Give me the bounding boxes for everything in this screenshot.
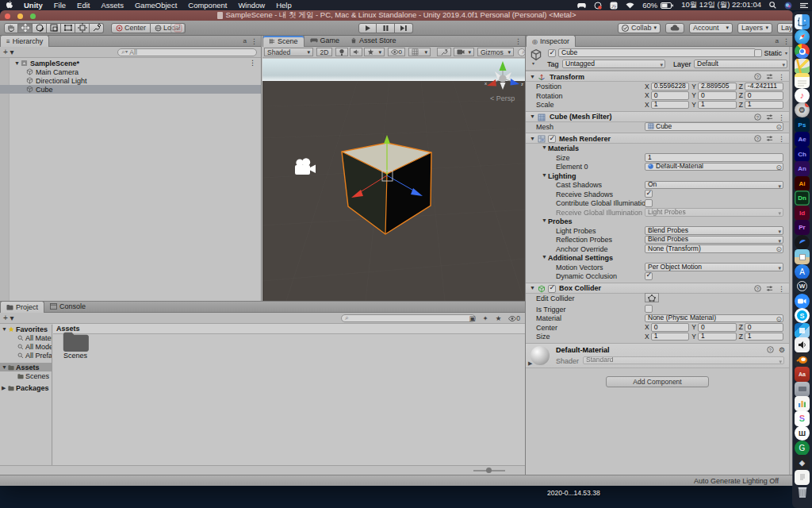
dock-icon-maps[interactable]	[795, 59, 810, 74]
dock-icon-dark-app[interactable]: ◈	[795, 455, 810, 470]
dock-icon-app-store[interactable]: A	[795, 264, 810, 279]
dock-icon-dictionary[interactable]: Aa	[795, 367, 810, 382]
hidden-objects-toggle[interactable]: 0	[388, 48, 405, 56]
kebab-menu-icon[interactable]: ⋮	[778, 114, 785, 122]
dock-icon-system-preferences[interactable]: ⚙	[795, 102, 810, 117]
dock-icon-safari[interactable]	[795, 29, 810, 44]
hierarchy-item-cube[interactable]: Cube	[0, 85, 261, 94]
scale-y-field[interactable]: 1	[698, 101, 737, 110]
reflection-probes-dropdown[interactable]: Blend Probes▾	[645, 236, 783, 244]
scale-x-field[interactable]: 1	[651, 101, 690, 110]
dock-icon-premiere[interactable]: Pr	[795, 220, 810, 235]
project-tree-all-materials[interactable]: All Materials	[0, 333, 52, 342]
active-checkbox[interactable]	[548, 49, 556, 57]
center-y-field[interactable]: 0	[698, 323, 737, 332]
project-tree-favorites[interactable]: ▼Favorites	[0, 325, 52, 333]
asset-item-scenes[interactable]: Scenes	[50, 330, 101, 360]
lock-icon[interactable]: a	[243, 37, 247, 45]
component-header-box-collider[interactable]: ▼Box Collider?⋮	[526, 283, 789, 294]
size-field[interactable]: 1	[645, 153, 783, 162]
siri-icon[interactable]	[780, 2, 796, 10]
dock-icon-blender[interactable]	[795, 352, 810, 368]
tab-game[interactable]: Game	[304, 35, 346, 46]
menu-item-file[interactable]: File	[48, 1, 71, 10]
zoom-window-button[interactable]	[30, 13, 36, 19]
dock-icon-skype[interactable]: S	[795, 308, 810, 323]
dock-icon-illustrator[interactable]: Ai	[795, 176, 810, 191]
presets-icon[interactable]	[766, 114, 773, 122]
receive-global-illumination-dropdown[interactable]: Light Probes▾	[645, 208, 783, 217]
dock-icon-zoom[interactable]	[795, 294, 810, 309]
name-field[interactable]: Cube	[558, 48, 756, 57]
object-picker-icon[interactable]: ⊙	[776, 315, 782, 323]
dock-icon-archive[interactable]	[795, 382, 810, 397]
layers-dropdown[interactable]: Layers▾	[737, 23, 772, 33]
dock-icon-photoshop[interactable]: Ps	[795, 117, 810, 133]
dock-icon-keynote-doc[interactable]	[795, 396, 810, 411]
layer-dropdown[interactable]: Default▾	[694, 60, 787, 68]
anchor-override-object-field[interactable]: None (Transform)⊙	[645, 244, 783, 253]
dock-icon-wattpad[interactable]: Ш	[795, 425, 810, 441]
static-checkbox[interactable]	[754, 49, 762, 57]
gameobject-icon-dropdown[interactable]: ▾	[532, 60, 534, 66]
game-controller-icon[interactable]	[573, 2, 590, 9]
grid-dropdown[interactable]: ▾	[408, 48, 431, 56]
object-picker-icon[interactable]: ⊙	[776, 164, 782, 171]
shading-mode-dropdown[interactable]: Shaded▾	[264, 48, 313, 56]
foldout-arrow-icon[interactable]: ▼	[530, 74, 535, 79]
menu-bar-clock[interactable]: 10월 12일 (월) 22:01:04	[677, 0, 765, 10]
gear-icon[interactable]: ⚙	[779, 346, 785, 355]
component-header-transform[interactable]: ▼Transform?⋮	[526, 71, 789, 82]
dock-icon-chrome[interactable]	[795, 44, 810, 59]
screen-record-icon[interactable]	[590, 2, 606, 10]
custom-tool[interactable]	[90, 23, 104, 33]
rotate-tool[interactable]	[33, 23, 47, 33]
lighting-toggle[interactable]	[335, 48, 348, 56]
kebab-menu-icon[interactable]: ⋮	[778, 135, 785, 144]
edit-collider-button[interactable]	[645, 293, 659, 302]
foldout-arrow-icon[interactable]: ▼	[530, 114, 535, 119]
scale-z-field[interactable]: 1	[745, 101, 783, 110]
dock-icon-wordpress[interactable]: W	[795, 279, 810, 294]
hierarchy-item-samplescene-[interactable]: ▼SampleScene*⋮	[0, 59, 261, 67]
tab-hierarchy[interactable]: ≡Hierarchy	[0, 35, 49, 47]
audio-toggle[interactable]	[350, 48, 362, 56]
account-dropdown[interactable]: Account▾	[689, 23, 733, 33]
close-window-button[interactable]	[5, 13, 10, 19]
object-picker-icon[interactable]: ⊙	[776, 123, 782, 131]
2d-toggle[interactable]: 2D	[316, 48, 332, 56]
presets-icon[interactable]	[766, 135, 773, 144]
center-x-field[interactable]: 0	[651, 323, 690, 332]
tab-console[interactable]: Console	[44, 301, 91, 312]
transform-tool[interactable]	[75, 23, 90, 33]
dock-icon-trash[interactable]	[795, 484, 810, 499]
menu-item-assets[interactable]: Assets	[95, 1, 129, 10]
kebab-menu-icon[interactable]: ⋮	[778, 285, 785, 294]
dock-icon-quicktime[interactable]	[795, 235, 810, 250]
tab-project[interactable]: Project	[0, 301, 44, 313]
size-x-field[interactable]: 1	[651, 333, 690, 341]
size-z-field[interactable]: 1	[745, 333, 783, 341]
dock-icon-photos-app[interactable]	[795, 249, 810, 264]
dock-icon-character-animator[interactable]: Ch	[795, 147, 810, 162]
help-icon[interactable]: ?	[754, 73, 761, 82]
gizmos-dropdown[interactable]: Gizmos▾	[477, 48, 514, 56]
search-by-type-icon[interactable]: ▣	[469, 314, 475, 322]
tag-dropdown[interactable]: Untagged▾	[562, 60, 665, 68]
element--object-field[interactable]: Default-Material⊙	[645, 163, 783, 171]
project-tree-assets[interactable]: ▼Assets	[0, 363, 52, 371]
hierarchy-item-main-camera[interactable]: Main Camera	[0, 67, 261, 76]
dock-icon-notes[interactable]	[795, 73, 810, 88]
add-component-button[interactable]: Add Component	[606, 376, 709, 387]
spotlight-icon[interactable]	[765, 2, 780, 9]
center-z-field[interactable]: 0	[745, 323, 783, 332]
search-by-label-icon[interactable]: ✦	[483, 314, 488, 322]
component-header-mesh-renderer[interactable]: ▼Mesh Renderer?⋮	[526, 133, 789, 144]
dock-icon-finder[interactable]	[795, 14, 810, 29]
rect-tool[interactable]	[61, 23, 75, 33]
project-tree-packages[interactable]: ▶Packages	[0, 383, 52, 392]
foldout-lighting[interactable]: ▼Lighting	[526, 171, 789, 181]
minimize-window-button[interactable]	[17, 13, 23, 19]
project-tree-all-prefabs[interactable]: All Prefabs	[0, 351, 52, 360]
scene-viewport[interactable]: xz< Persp	[262, 59, 525, 301]
